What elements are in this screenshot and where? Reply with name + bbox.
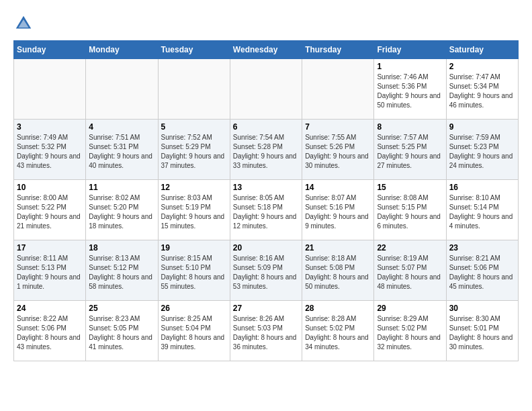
calendar-cell: 3Sunrise: 7:49 AM Sunset: 5:32 PM Daylig…: [14, 120, 86, 180]
calendar-header-saturday: Saturday: [446, 41, 518, 59]
calendar-cell: 12Sunrise: 8:03 AM Sunset: 5:19 PM Dayli…: [158, 180, 230, 240]
day-info: Sunrise: 7:52 AM Sunset: 5:29 PM Dayligh…: [161, 133, 227, 171]
calendar-cell: 29Sunrise: 8:29 AM Sunset: 5:02 PM Dayli…: [374, 301, 446, 361]
calendar-cell: 21Sunrise: 8:18 AM Sunset: 5:08 PM Dayli…: [302, 240, 374, 301]
day-info: Sunrise: 8:08 AM Sunset: 5:15 PM Dayligh…: [377, 193, 443, 231]
day-info: Sunrise: 8:11 AM Sunset: 5:13 PM Dayligh…: [17, 254, 83, 291]
day-info: Sunrise: 7:46 AM Sunset: 5:36 PM Dayligh…: [377, 73, 443, 110]
logo-icon: [13, 13, 34, 34]
day-info: Sunrise: 8:15 AM Sunset: 5:10 PM Dayligh…: [161, 254, 227, 291]
day-number: 10: [17, 183, 83, 192]
calendar-cell: 2Sunrise: 7:47 AM Sunset: 5:34 PM Daylig…: [446, 59, 518, 120]
day-number: 24: [17, 304, 83, 313]
day-info: Sunrise: 8:23 AM Sunset: 5:05 PM Dayligh…: [89, 314, 154, 352]
day-number: 18: [89, 243, 154, 253]
day-number: 27: [233, 304, 299, 313]
calendar-cell: 11Sunrise: 8:02 AM Sunset: 5:20 PM Dayli…: [86, 180, 158, 240]
day-info: Sunrise: 8:03 AM Sunset: 5:19 PM Dayligh…: [161, 193, 227, 231]
day-number: 2: [449, 62, 515, 71]
day-number: 13: [233, 183, 299, 192]
calendar-cell: 4Sunrise: 7:51 AM Sunset: 5:31 PM Daylig…: [86, 120, 158, 180]
day-number: 23: [449, 243, 515, 253]
calendar-cell: 9Sunrise: 7:59 AM Sunset: 5:23 PM Daylig…: [446, 120, 518, 180]
calendar-header-wednesday: Wednesday: [230, 41, 302, 59]
calendar-cell: 16Sunrise: 8:10 AM Sunset: 5:14 PM Dayli…: [446, 180, 518, 240]
logo: [13, 13, 36, 34]
day-number: 21: [305, 243, 371, 253]
calendar-week-row: 1Sunrise: 7:46 AM Sunset: 5:36 PM Daylig…: [14, 59, 519, 120]
day-number: 28: [305, 304, 371, 313]
day-number: 15: [377, 183, 443, 192]
day-number: 7: [305, 122, 371, 132]
day-info: Sunrise: 7:59 AM Sunset: 5:23 PM Dayligh…: [449, 133, 515, 171]
day-number: 14: [305, 183, 371, 192]
day-info: Sunrise: 7:49 AM Sunset: 5:32 PM Dayligh…: [17, 133, 83, 171]
day-number: 20: [233, 243, 299, 253]
calendar-cell: 8Sunrise: 7:57 AM Sunset: 5:25 PM Daylig…: [374, 120, 446, 180]
day-number: 19: [161, 243, 227, 253]
day-info: Sunrise: 8:00 AM Sunset: 5:22 PM Dayligh…: [17, 193, 83, 231]
day-info: Sunrise: 7:55 AM Sunset: 5:26 PM Dayligh…: [305, 133, 371, 171]
day-number: 3: [17, 122, 83, 132]
calendar-cell: 10Sunrise: 8:00 AM Sunset: 5:22 PM Dayli…: [14, 180, 86, 240]
day-number: 12: [161, 183, 227, 192]
day-info: Sunrise: 7:57 AM Sunset: 5:25 PM Dayligh…: [377, 133, 443, 171]
day-info: Sunrise: 8:22 AM Sunset: 5:06 PM Dayligh…: [17, 314, 83, 352]
calendar-table: SundayMondayTuesdayWednesdayThursdayFrid…: [13, 40, 519, 361]
calendar-cell: [158, 59, 230, 120]
calendar-cell: [302, 59, 374, 120]
calendar-cell: 30Sunrise: 8:30 AM Sunset: 5:01 PM Dayli…: [446, 301, 518, 361]
day-info: Sunrise: 8:07 AM Sunset: 5:16 PM Dayligh…: [305, 193, 371, 231]
day-number: 9: [449, 122, 515, 132]
calendar-cell: 23Sunrise: 8:21 AM Sunset: 5:06 PM Dayli…: [446, 240, 518, 301]
day-info: Sunrise: 8:13 AM Sunset: 5:12 PM Dayligh…: [89, 254, 154, 291]
day-number: 16: [449, 183, 515, 192]
day-info: Sunrise: 8:25 AM Sunset: 5:04 PM Dayligh…: [161, 314, 227, 352]
calendar-cell: 20Sunrise: 8:16 AM Sunset: 5:09 PM Dayli…: [230, 240, 302, 301]
calendar-cell: 13Sunrise: 8:05 AM Sunset: 5:18 PM Dayli…: [230, 180, 302, 240]
day-info: Sunrise: 8:19 AM Sunset: 5:07 PM Dayligh…: [377, 254, 443, 291]
calendar-header-tuesday: Tuesday: [158, 41, 230, 59]
day-number: 8: [377, 122, 443, 132]
day-info: Sunrise: 8:18 AM Sunset: 5:08 PM Dayligh…: [305, 254, 371, 291]
calendar-header-friday: Friday: [374, 41, 446, 59]
day-number: 11: [89, 183, 154, 192]
day-info: Sunrise: 8:05 AM Sunset: 5:18 PM Dayligh…: [233, 193, 299, 231]
calendar-header-sunday: Sunday: [14, 41, 86, 59]
calendar-header-monday: Monday: [86, 41, 158, 59]
calendar-cell: 22Sunrise: 8:19 AM Sunset: 5:07 PM Dayli…: [374, 240, 446, 301]
day-info: Sunrise: 8:29 AM Sunset: 5:02 PM Dayligh…: [377, 314, 443, 352]
calendar-week-row: 17Sunrise: 8:11 AM Sunset: 5:13 PM Dayli…: [14, 240, 519, 301]
day-info: Sunrise: 8:21 AM Sunset: 5:06 PM Dayligh…: [449, 254, 515, 291]
calendar-cell: [86, 59, 158, 120]
day-info: Sunrise: 8:26 AM Sunset: 5:03 PM Dayligh…: [233, 314, 299, 352]
calendar-cell: 18Sunrise: 8:13 AM Sunset: 5:12 PM Dayli…: [86, 240, 158, 301]
calendar-cell: 27Sunrise: 8:26 AM Sunset: 5:03 PM Dayli…: [230, 301, 302, 361]
calendar-cell: 15Sunrise: 8:08 AM Sunset: 5:15 PM Dayli…: [374, 180, 446, 240]
day-number: 1: [377, 62, 443, 71]
calendar-header-thursday: Thursday: [302, 41, 374, 59]
calendar-cell: 25Sunrise: 8:23 AM Sunset: 5:05 PM Dayli…: [86, 301, 158, 361]
day-info: Sunrise: 8:16 AM Sunset: 5:09 PM Dayligh…: [233, 254, 299, 291]
calendar-cell: 17Sunrise: 8:11 AM Sunset: 5:13 PM Dayli…: [14, 240, 86, 301]
calendar-cell: [230, 59, 302, 120]
calendar-cell: 14Sunrise: 8:07 AM Sunset: 5:16 PM Dayli…: [302, 180, 374, 240]
day-info: Sunrise: 8:02 AM Sunset: 5:20 PM Dayligh…: [89, 193, 154, 231]
day-number: 17: [17, 243, 83, 253]
day-number: 29: [377, 304, 443, 313]
day-number: 5: [161, 122, 227, 132]
day-number: 26: [161, 304, 227, 313]
calendar-week-row: 10Sunrise: 8:00 AM Sunset: 5:22 PM Dayli…: [14, 180, 519, 240]
calendar-cell: 24Sunrise: 8:22 AM Sunset: 5:06 PM Dayli…: [14, 301, 86, 361]
calendar-week-row: 24Sunrise: 8:22 AM Sunset: 5:06 PM Dayli…: [14, 301, 519, 361]
calendar-cell: 6Sunrise: 7:54 AM Sunset: 5:28 PM Daylig…: [230, 120, 302, 180]
day-info: Sunrise: 8:10 AM Sunset: 5:14 PM Dayligh…: [449, 193, 515, 231]
calendar-cell: 5Sunrise: 7:52 AM Sunset: 5:29 PM Daylig…: [158, 120, 230, 180]
calendar-cell: [14, 59, 86, 120]
page-header: [13, 13, 519, 34]
day-number: 22: [377, 243, 443, 253]
day-info: Sunrise: 8:28 AM Sunset: 5:02 PM Dayligh…: [305, 314, 371, 352]
calendar-cell: 26Sunrise: 8:25 AM Sunset: 5:04 PM Dayli…: [158, 301, 230, 361]
day-number: 6: [233, 122, 299, 132]
calendar-week-row: 3Sunrise: 7:49 AM Sunset: 5:32 PM Daylig…: [14, 120, 519, 180]
